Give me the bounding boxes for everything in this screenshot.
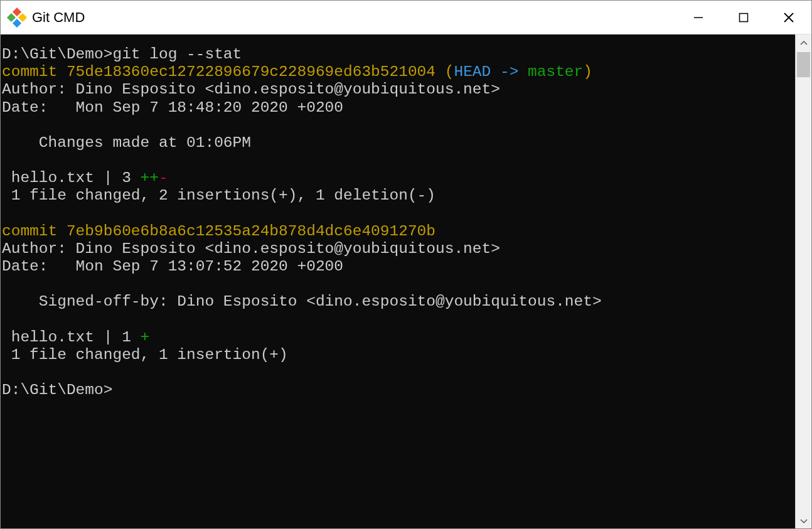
titlebar: Git CMD: [1, 1, 811, 35]
ref-close: ): [583, 63, 592, 80]
stat-deletions-icon: -: [159, 169, 168, 186]
commit-label: commit: [2, 223, 67, 240]
terminal-output[interactable]: D:\Git\Demo>git log --stat commit 75de18…: [1, 35, 795, 529]
stat-file: hello.txt | 1: [2, 329, 141, 346]
stat-file: hello.txt | 3: [2, 169, 141, 186]
stat-insertions-icon: +: [141, 329, 150, 346]
date-line: Date: Mon Sep 7 18:48:20 2020 +0200: [2, 99, 343, 116]
window-controls: [676, 1, 811, 34]
close-button[interactable]: [766, 1, 811, 34]
commit-message: Signed-off-by: Dino Esposito <dino.espos…: [2, 293, 602, 310]
window-title: Git CMD: [32, 9, 676, 26]
stat-summary: 1 file changed, 2 insertions(+), 1 delet…: [2, 187, 435, 204]
commit-message: Changes made at 01:06PM: [2, 134, 251, 151]
prompt: D:\Git\Demo>: [2, 382, 112, 398]
branch-name: master: [528, 63, 583, 80]
scroll-up-arrow-icon[interactable]: [796, 35, 811, 51]
author-line: Author: Dino Esposito <dino.esposito@you…: [2, 240, 500, 257]
stat-insertions-icon: ++: [141, 169, 159, 186]
svg-rect-1: [740, 13, 748, 21]
stat-summary: 1 file changed, 1 insertion(+): [2, 346, 288, 363]
scroll-down-arrow-icon[interactable]: [796, 513, 811, 529]
ref-open: (: [435, 63, 454, 80]
command-text: git log --stat: [112, 46, 242, 63]
commit-hash: 75de18360ec12722896679c228969ed63b521004: [67, 63, 435, 80]
console-area: D:\Git\Demo>git log --stat commit 75de18…: [1, 35, 811, 529]
prompt: D:\Git\Demo>: [2, 46, 112, 63]
vertical-scrollbar[interactable]: [795, 35, 811, 529]
head-ref: HEAD ->: [454, 63, 528, 80]
scroll-thumb[interactable]: [797, 52, 810, 77]
maximize-button[interactable]: [721, 1, 766, 34]
date-line: Date: Mon Sep 7 13:07:52 2020 +0200: [2, 258, 343, 275]
author-line: Author: Dino Esposito <dino.esposito@you…: [2, 81, 500, 98]
minimize-button[interactable]: [676, 1, 721, 34]
commit-hash: 7eb9b60e6b8a6c12535a24b878d4dc6e4091270b: [67, 223, 435, 240]
commit-label: commit: [2, 63, 67, 80]
git-app-icon: [8, 9, 26, 26]
